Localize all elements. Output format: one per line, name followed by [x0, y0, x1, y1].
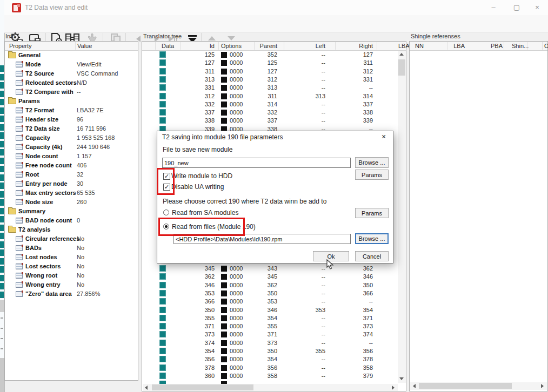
file-name-input[interactable] [162, 158, 351, 168]
table-row[interactable]: 3730000371--374 [142, 330, 396, 339]
property-row[interactable]: Wrong entryNo [5, 280, 138, 289]
table-row[interactable]: 3660000353---- [142, 298, 396, 306]
dialog-close-icon[interactable]: × [379, 132, 389, 141]
property-row[interactable]: T2 Data size16 711 596 [5, 124, 138, 133]
options-square [221, 332, 227, 337]
table-row[interactable]: 3460000362--350 [142, 281, 396, 289]
column-nn[interactable]: NN [415, 42, 424, 50]
property-row[interactable]: Capacity (4k)244 190 646 [5, 143, 138, 152]
scroll-right-button[interactable] [539, 382, 546, 389]
table-row[interactable]: 3540000350355356 [142, 347, 396, 355]
property-row[interactable]: Circular referencesNo [5, 234, 138, 244]
disable-ua-label[interactable]: Disable UA writing [171, 183, 224, 191]
column-shingle[interactable]: Shin... [512, 42, 529, 50]
property-row[interactable]: T2 SourceVSC Command [5, 69, 138, 78]
table-row[interactable]: 3530000350--366 [142, 289, 396, 298]
property-row[interactable]: Lost nodesNo [5, 253, 138, 262]
property-row[interactable]: T2 Compare with-- [5, 87, 138, 97]
cell-left: -- [289, 330, 325, 339]
table-row[interactable]: 3310000313---- [142, 84, 396, 92]
params-read-button[interactable]: Params [355, 208, 389, 218]
table-row[interactable]: 3550000354--371 [142, 314, 396, 322]
property-label: Max entry sectors [25, 188, 76, 197]
scroll-right-button[interactable] [390, 384, 397, 391]
browse-file-button[interactable]: Browse ... [355, 157, 389, 168]
property-row[interactable]: BAD node count0 [5, 216, 138, 225]
property-row[interactable]: Node size260 [5, 198, 138, 207]
property-value: 16 711 596 [77, 124, 106, 133]
params-write-button[interactable]: Params [355, 170, 389, 180]
table-row[interactable]: 3130000312--331 [142, 76, 396, 84]
data-square [159, 117, 166, 124]
column-options[interactable]: Options [221, 42, 242, 50]
table-row[interactable]: 3320000314--337 [142, 100, 396, 109]
table-row[interactable]: 3620000345--346 [142, 273, 396, 281]
column-other[interactable]: O [544, 42, 548, 50]
property-row[interactable]: BADsNo [5, 244, 138, 253]
vertical-scrollbar[interactable] [398, 51, 406, 383]
property-row[interactable]: "Zero" data area27.856% [5, 289, 138, 299]
scroll-down-button[interactable] [398, 375, 405, 382]
column-id[interactable]: Id [182, 42, 215, 50]
property-row[interactable]: Root32 [5, 170, 138, 179]
property-row[interactable]: Summary [5, 207, 138, 216]
property-value: 244 190 646 [77, 143, 110, 151]
scroll-left-button[interactable] [411, 382, 418, 389]
property-row[interactable]: Entry per node30 [5, 179, 138, 188]
horizontal-scrollbar[interactable] [143, 384, 398, 391]
table-row[interactable]: 3370000332--338 [142, 109, 396, 117]
table-row[interactable]: 3110000127--312 [142, 67, 396, 76]
close-button[interactable]: × [529, 2, 545, 13]
shingle-horizontal-scrollbar[interactable] [410, 382, 547, 390]
column-pba[interactable]: PBA [470, 42, 503, 50]
property-row[interactable]: Node count1 157 [5, 152, 138, 161]
column-parent[interactable]: Parent [253, 42, 277, 50]
table-row[interactable]: 1270000125--311 [142, 59, 396, 67]
table-row[interactable]: 3560000354--378 [142, 355, 396, 363]
column-value[interactable]: Value [77, 42, 92, 50]
property-row[interactable]: Capacity1 953 525 168 [5, 133, 138, 143]
cell-id: 353 [182, 289, 215, 298]
property-row[interactable]: Relocated sectorsN/D [5, 78, 138, 87]
property-row[interactable]: Header size96 [5, 115, 138, 124]
property-row[interactable]: T2 FormatLBA32 7E [5, 106, 138, 115]
property-row[interactable]: Max entry sectors65 535 [5, 188, 138, 198]
table-row[interactable]: 1250000352--127 [142, 51, 396, 59]
browse-module-button[interactable]: Browse ... [355, 233, 389, 244]
column-data[interactable]: Data [162, 42, 174, 50]
property-row[interactable]: Free node count406 [5, 161, 138, 170]
vertical-scroll-thumb[interactable] [398, 59, 405, 76]
column-left[interactable]: Left [289, 42, 325, 50]
table-row[interactable]: 3500000346353354 [142, 306, 396, 314]
cancel-button[interactable]: Cancel [355, 251, 389, 261]
column-divider [75, 42, 76, 50]
property-row[interactable]: ModeView/Edit [5, 60, 138, 69]
horizontal-scroll-thumb[interactable] [419, 383, 512, 389]
cell-left: -- [289, 51, 325, 59]
table-row[interactable]: 3450000343--362 [142, 265, 396, 273]
table-row[interactable]: 3600000358--379 [142, 372, 396, 380]
property-row[interactable]: T2 analysis [5, 225, 138, 234]
write-module-label[interactable]: Write module to HDD [171, 172, 232, 180]
property-row[interactable]: General [5, 51, 138, 60]
horizontal-scroll-thumb[interactable] [152, 384, 253, 390]
property-row[interactable]: Wrong rootNo [5, 271, 138, 280]
column-property[interactable]: Property [9, 42, 32, 50]
minimize-button[interactable]: – [485, 2, 502, 13]
property-row[interactable]: Params [5, 97, 138, 106]
column-lba[interactable]: LBA [432, 42, 465, 50]
column-right[interactable]: Right [335, 42, 373, 50]
property-row[interactable]: Lost sectorsNo [5, 262, 138, 271]
options-square [221, 348, 227, 354]
column-lba[interactable]: LBA [398, 42, 410, 50]
table-row[interactable]: 3740000373---- [142, 339, 396, 347]
read-sa-radio[interactable] [163, 209, 169, 215]
maximize-button[interactable]: ▢ [509, 2, 525, 13]
table-row[interactable]: 3120000311313314 [142, 92, 396, 100]
read-sa-label[interactable]: Read from SA modules [172, 209, 238, 217]
table-row[interactable]: 3780000356--358 [142, 364, 396, 372]
scroll-up-button[interactable] [398, 51, 405, 58]
table-row[interactable]: 3710000355--373 [142, 322, 396, 330]
table-row[interactable]: 3380000337--339 [142, 117, 396, 125]
scroll-left-button[interactable] [143, 384, 150, 391]
